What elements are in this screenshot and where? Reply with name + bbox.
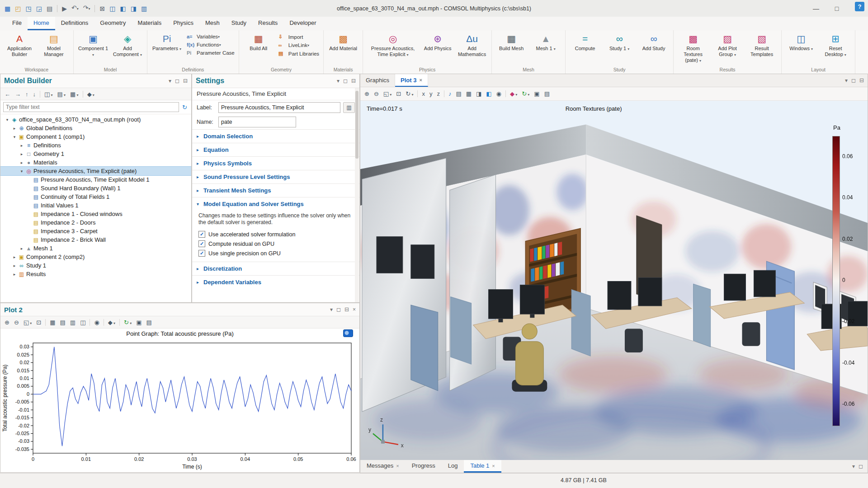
add-plot-group-button[interactable]: ▨Add Plot Group ▾ — [710, 32, 745, 59]
tree-study-1[interactable]: ▸∞Study 1 — [0, 261, 191, 270]
image-export-icon[interactable]: ◆ ▾ — [107, 319, 117, 326]
show-options-icon[interactable]: ◫ ▾ — [43, 90, 54, 98]
tree-initial-values[interactable]: ▤Initial Values 1 — [0, 201, 191, 210]
scrollbar-thumb[interactable] — [355, 91, 359, 159]
panel-menu-icon[interactable]: ▾ — [330, 306, 333, 313]
point-graph-canvas[interactable]: 00.010.020.030.040.050.060.030.0250.020.… — [0, 338, 359, 472]
open-file-icon[interactable]: ◰ — [15, 5, 21, 12]
close-icon[interactable]: × — [396, 463, 399, 469]
parameters-button[interactable]: PiParameters ▾ — [150, 32, 184, 53]
checkbox-single-precision-gpu[interactable]: ✓Use single precision on GPU — [198, 249, 354, 258]
axis-z-icon[interactable]: z — [435, 90, 441, 98]
tree-component-1[interactable]: ▾▣Component 1 (comp1) — [0, 132, 191, 141]
camera-icon[interactable]: ▣ — [533, 90, 541, 98]
menu-home[interactable]: Home — [28, 17, 55, 30]
add-study-button[interactable]: ∞Add Study — [637, 32, 671, 52]
chevron-right-icon[interactable]: ▸ — [19, 152, 25, 156]
part-libraries-button[interactable]: ▤Part Libraries — [277, 49, 321, 58]
chevron-right-icon[interactable]: ▸ — [19, 160, 25, 165]
minimize-button[interactable]: — — [806, 0, 826, 17]
menu-physics[interactable]: Physics — [167, 17, 199, 30]
tree-mesh-1[interactable]: ▸▲Mesh 1 — [0, 244, 191, 253]
copy-window-icon[interactable]: ◫ — [109, 5, 115, 12]
panel-float-icon[interactable]: ◻ — [343, 78, 348, 84]
zoom-extents-icon[interactable]: ⊡ — [35, 319, 42, 326]
print-plot-icon[interactable]: ▤ — [145, 319, 153, 326]
component-1-button[interactable]: ▣Component 1 ▾ — [76, 32, 110, 59]
settings-scrollbar[interactable] — [355, 88, 359, 302]
section-equation[interactable]: ▸Equation — [192, 143, 359, 156]
zoom-extents-icon[interactable]: ⊡ — [395, 90, 402, 98]
transparency-icon[interactable]: ◧ — [485, 90, 493, 98]
reset-desktop-button[interactable]: ⊞Reset Desktop ▾ — [818, 32, 853, 59]
tree-impedance-1-closed-windows[interactable]: ▤Impedance 1 - Closed windows — [0, 210, 191, 218]
build-all-button[interactable]: ▦Build All — [241, 32, 276, 52]
add-mathematics-button[interactable]: ΔuAdd Mathematics — [455, 32, 489, 58]
axis-limits-icon[interactable]: ▤ — [59, 319, 67, 326]
delete-icon[interactable]: ⊠ — [99, 5, 105, 12]
sound-icon[interactable]: ♪ — [447, 90, 453, 98]
menu-definitions[interactable]: Definitions — [55, 17, 94, 30]
section-dependent-variables[interactable]: ▸Dependent Variables — [192, 275, 359, 289]
panel-float-icon[interactable]: ◻ — [851, 77, 856, 84]
comsol-branding-button[interactable] — [343, 329, 353, 337]
menu-geometry[interactable]: Geometry — [94, 17, 132, 30]
move-up-icon[interactable]: ↑ — [24, 90, 30, 98]
panel-pin-icon[interactable]: ⊟ — [859, 77, 864, 84]
chevron-right-icon[interactable]: ▸ — [19, 246, 25, 251]
menu-file[interactable]: File — [6, 17, 28, 30]
add-material-button[interactable]: ▩Add Material — [326, 32, 360, 52]
livelink-button[interactable]: ∞LiveLink ▾ — [277, 41, 321, 49]
panel-menu-icon[interactable]: ▾ — [169, 78, 171, 84]
compute-button[interactable]: =Compute — [568, 32, 602, 52]
axis-x-icon[interactable]: x — [420, 90, 426, 98]
save-icon[interactable]: ◳ — [25, 5, 31, 12]
panel-close-icon[interactable]: × — [353, 306, 356, 313]
grid-icon[interactable]: ▦ — [465, 90, 473, 98]
move-down-icon[interactable]: ↓ — [32, 90, 38, 98]
tree-root[interactable]: ▾◈office_space_63_30T0_N4_ma_out.mph (ro… — [0, 115, 191, 124]
chevron-right-icon[interactable]: ▸ — [11, 255, 18, 259]
chevron-right-icon[interactable]: ▸ — [11, 126, 18, 131]
panel-pin-icon[interactable]: ⊟ — [344, 306, 349, 313]
tree-impedance-2-doors[interactable]: ▤Impedance 2 - Doors — [0, 218, 191, 227]
panel-float-icon[interactable]: ◻ — [859, 463, 863, 469]
window-right-icon[interactable]: ◨ — [131, 5, 137, 12]
parameter-case-button[interactable]: PiParameter Case — [185, 49, 236, 57]
color-theme-icon[interactable]: ◆ ▾ — [509, 90, 519, 98]
plot-update-icon[interactable]: ↻ ▾ — [123, 319, 133, 326]
room-3d-scene[interactable]: z y x — [360, 101, 868, 461]
tab-plot-3[interactable]: Plot 3× — [395, 74, 428, 87]
zoom-in-icon[interactable]: ⊕ — [363, 90, 371, 98]
zoom-out-icon[interactable]: ⊖ — [13, 319, 20, 326]
panel-menu-icon[interactable]: ▾ — [337, 78, 340, 84]
tree-impedance-3-carpet[interactable]: ▤Impedance 3 - Carpet — [0, 227, 191, 235]
window-left-icon[interactable]: ◧ — [120, 5, 126, 12]
tree-global-definitions[interactable]: ▸⊕Global Definitions — [0, 124, 191, 132]
zoom-box-icon[interactable]: ◱ ▾ — [382, 90, 393, 98]
tab-log[interactable]: Log — [442, 460, 464, 473]
redo-icon[interactable]: ↷▾ — [83, 4, 90, 13]
tree-definitions[interactable]: ▸≡Definitions — [0, 141, 191, 150]
tree-impedance-2-brick-wall[interactable]: ▤Impedance 2 - Brick Wall — [0, 235, 191, 244]
close-icon[interactable]: × — [492, 463, 495, 469]
chevron-right-icon[interactable]: ▸ — [11, 263, 18, 268]
close-icon[interactable]: × — [419, 77, 422, 83]
variables-button[interactable]: a=Variables ▾ — [185, 33, 236, 41]
tree-sound-hard-boundary[interactable]: ▤Sound Hard Boundary (Wall) 1 — [0, 184, 191, 192]
functions-button[interactable]: f(x)Functions ▾ — [185, 41, 236, 49]
name-input[interactable] — [218, 117, 296, 127]
scene-update-icon[interactable]: ↻ ▾ — [520, 90, 531, 98]
menu-results[interactable]: Results — [252, 17, 283, 30]
help-button[interactable]: ? — [855, 2, 864, 11]
result-templates-button[interactable]: ▧Result Templates — [745, 32, 779, 58]
axis-y-icon[interactable]: y — [428, 90, 434, 98]
tree-continuity-total-fields[interactable]: ▤Continuity of Total Fields 1 — [0, 192, 191, 201]
run-icon[interactable]: ▶ — [62, 5, 67, 12]
snapshot-icon[interactable]: ▣ — [135, 319, 143, 326]
undo-icon[interactable]: ↶▾ — [71, 4, 79, 13]
menu-developer[interactable]: Developer — [283, 17, 322, 30]
tab-messages[interactable]: Messages× — [360, 460, 406, 473]
tree-component-2[interactable]: ▸▣Component 2 (comp2) — [0, 253, 191, 261]
show-legends-icon[interactable]: ◨ — [475, 90, 483, 98]
